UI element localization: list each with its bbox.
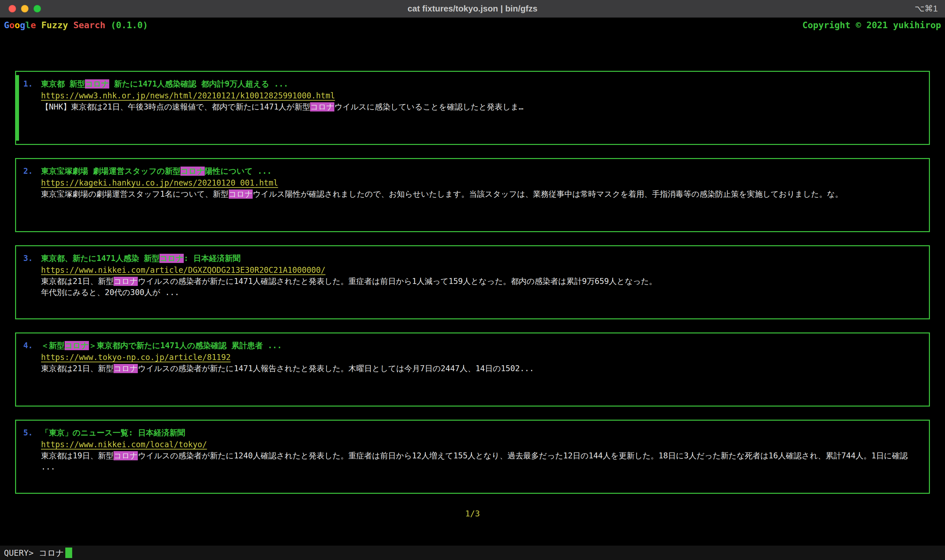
zoom-button[interactable] bbox=[34, 5, 41, 12]
result-url-link[interactable]: https://www.tokyo-np.co.jp/article/81192 bbox=[41, 353, 231, 362]
result-url-link[interactable]: https://kageki.hankyu.co.jp/news/2021012… bbox=[41, 178, 278, 188]
result-item-1[interactable]: 1.東京都 新型コロナ 新たに1471人感染確認 都内計9万人超える ... h… bbox=[15, 71, 930, 145]
result-url-link[interactable]: https://www.nikkei.com/article/DGXZQODG2… bbox=[41, 266, 325, 275]
result-rank: 5. bbox=[23, 427, 41, 438]
result-title-line: 3.東京都、新たに1471人感染 新型コロナ: 日本経済新聞 bbox=[23, 253, 920, 264]
result-title: 東京都、新たに1471人感染 新型コロナ: 日本経済新聞 bbox=[41, 254, 240, 263]
keyboard-shortcut-hint: ⌥⌘1 bbox=[915, 0, 938, 17]
result-rank: 2. bbox=[23, 166, 41, 177]
result-title: 東京都 新型コロナ 新たに1471人感染確認 都内計9万人超える ... bbox=[41, 79, 288, 89]
result-snippet: 【NHK】東京都は21日、午後3時点の速報値で、都内で新たに1471人が新型コロ… bbox=[41, 101, 920, 112]
result-title-line: 2.東京宝塚劇場 劇場運営スタッフの新型コロナ陽性について ... bbox=[23, 166, 920, 177]
result-item-2[interactable]: 2.東京宝塚劇場 劇場運営スタッフの新型コロナ陽性について ... https:… bbox=[15, 158, 930, 232]
result-snippet: 東京都は19日、新型コロナウイルスの感染者が新たに1240人確認されたと発表した… bbox=[41, 450, 920, 472]
result-title-line: 4.＜新型コロナ＞東京都内で新たに1471人の感染確認 累計患者 ... bbox=[23, 340, 920, 351]
close-button[interactable] bbox=[9, 5, 16, 12]
terminal-window: cat fixtures/tokyo.json | bin/gfzs ⌥⌘1 G… bbox=[0, 0, 945, 560]
minimize-button[interactable] bbox=[21, 5, 29, 12]
query-prompt: QUERY> bbox=[4, 548, 34, 558]
result-item-5[interactable]: 5.「東京」のニュース一覧: 日本経済新聞 https://www.nikkei… bbox=[15, 420, 930, 494]
result-rank: 1. bbox=[23, 78, 41, 89]
pagination-indicator: 1/3 bbox=[0, 509, 945, 518]
result-snippet: 東京宝塚劇場の劇場運営スタッフ1名について、新型コロナウイルス陽性が確認されまし… bbox=[41, 189, 920, 200]
result-url-link[interactable]: https://www.nikkei.com/local/tokyo/ bbox=[41, 440, 207, 449]
result-snippet: 東京都は21日、新型コロナウイルスの感染者が新たに1471人報告されたと発表した… bbox=[41, 363, 920, 374]
window-title: cat fixtures/tokyo.json | bin/gfzs bbox=[0, 4, 945, 14]
window-titlebar: cat fixtures/tokyo.json | bin/gfzs ⌥⌘1 bbox=[0, 0, 945, 18]
query-bar[interactable]: QUERY> コロナ bbox=[0, 546, 945, 560]
result-title: ＜新型コロナ＞東京都内で新たに1471人の感染確認 累計患者 ... bbox=[41, 341, 282, 350]
result-url-link[interactable]: https://www3.nhk.or.jp/news/html/2021012… bbox=[41, 91, 335, 100]
result-title-line: 1.東京都 新型コロナ 新たに1471人感染確認 都内計9万人超える ... bbox=[23, 78, 920, 89]
result-title: 東京宝塚劇場 劇場運営スタッフの新型コロナ陽性について ... bbox=[41, 166, 272, 176]
result-item-3[interactable]: 3.東京都、新たに1471人感染 新型コロナ: 日本経済新聞 https://w… bbox=[15, 245, 930, 319]
result-rank: 3. bbox=[23, 253, 41, 264]
result-snippet: 東京都は21日、新型コロナウイルスの感染者が新たに1471人確認されたと発表した… bbox=[41, 276, 920, 298]
result-rank: 4. bbox=[23, 340, 41, 351]
app-title: Google Fuzzy Search (0.1.0) bbox=[4, 20, 148, 30]
results-list: 1.東京都 新型コロナ 新たに1471人感染確認 都内計9万人超える ... h… bbox=[0, 32, 945, 507]
copyright-text: Copyright © 2021 yukihirop bbox=[802, 20, 941, 30]
window-controls bbox=[0, 5, 41, 12]
text-cursor bbox=[65, 548, 72, 558]
result-title: 「東京」のニュース一覧: 日本経済新聞 bbox=[41, 428, 185, 437]
query-input[interactable]: コロナ bbox=[39, 548, 64, 558]
app-header: Google Fuzzy Search (0.1.0) Copyright © … bbox=[0, 18, 945, 32]
result-title-line: 5.「東京」のニュース一覧: 日本経済新聞 bbox=[23, 427, 920, 438]
result-item-4[interactable]: 4.＜新型コロナ＞東京都内で新たに1471人の感染確認 累計患者 ... htt… bbox=[15, 332, 930, 406]
